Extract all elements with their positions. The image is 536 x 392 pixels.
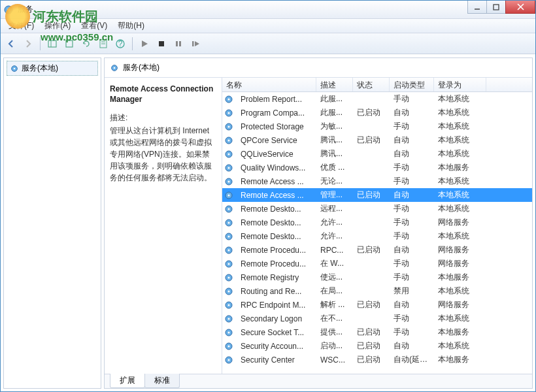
cell-logon: 本地系统 (434, 201, 486, 216)
gear-icon (224, 231, 234, 242)
table-row[interactable]: Remote Registry使远...手动本地服务 (222, 270, 532, 284)
stop-button[interactable] (154, 36, 169, 52)
gear-icon (224, 190, 234, 201)
export-button[interactable] (61, 36, 77, 52)
table-row[interactable]: Remote Access ...无论...手动本地系统 (222, 174, 532, 188)
table-row[interactable]: Secondary Logon在不...手动本地系统 (222, 312, 532, 325)
gear-icon (224, 341, 234, 351)
content-pane: 服务(本地) Remote Access Connection Manager … (104, 57, 533, 389)
table-row[interactable]: Remote Procedu...在 W...手动网络服务 (222, 257, 532, 270)
cell-logon: 本地系统 (434, 188, 486, 203)
cell-logon: 本地系统 (434, 105, 486, 120)
gear-icon (224, 204, 234, 214)
table-row[interactable]: Program Compa...此服...已启动自动本地系统 (222, 106, 532, 120)
menu-view[interactable]: 查看(V) (76, 19, 112, 33)
detail-title: Remote Access Connection Manager (110, 84, 216, 105)
cell-desc: RPC... (316, 244, 353, 257)
table-row[interactable]: Remote Deskto...允许...手动本地系统 (222, 229, 532, 243)
restart-button[interactable] (188, 36, 203, 52)
cell-desc: 提供... (316, 325, 353, 340)
table-row[interactable]: Remote Deskto...远程...手动本地系统 (222, 202, 532, 216)
svg-point-61 (228, 359, 230, 361)
svg-point-41 (228, 221, 230, 223)
table-row[interactable]: RPC Endpoint M...解析 ...已启动自动网络服务 (222, 298, 532, 312)
properties-button[interactable] (95, 36, 111, 52)
maximize-button[interactable] (486, 1, 506, 14)
cell-status: 已启动 (353, 325, 390, 340)
table-row[interactable]: QQLiveService腾讯...自动本地系统 (222, 147, 532, 161)
gear-icon (10, 64, 19, 73)
cell-desc: 此服... (316, 92, 353, 106)
table-row[interactable]: Routing and Re...在局...禁用本地系统 (222, 284, 532, 298)
svg-point-59 (228, 345, 230, 347)
gear-icon (224, 94, 234, 105)
table-row[interactable]: Security CenterWSC...已启动自动(延迟...本地服务 (222, 353, 532, 367)
cell-desc: 此服... (316, 105, 353, 120)
svg-point-45 (228, 249, 230, 251)
back-button[interactable] (3, 36, 19, 52)
cell-logon: 本地系统 (434, 133, 486, 148)
close-button[interactable] (505, 1, 535, 14)
col-name[interactable]: 名称 (222, 78, 316, 91)
cell-desc: 允许... (316, 229, 353, 244)
col-logon[interactable]: 登录为 (434, 78, 486, 91)
cell-logon: 本地系统 (434, 311, 486, 326)
list-rows[interactable]: Problem Report...此服...手动本地系统Program Comp… (222, 92, 532, 374)
col-startup[interactable]: 启动类型 (390, 78, 434, 91)
svg-point-35 (228, 180, 230, 182)
menu-help[interactable]: 帮助(H) (112, 19, 150, 33)
help-button[interactable]: ? (112, 36, 128, 52)
tab-extended[interactable]: 扩展 (110, 374, 145, 388)
cell-startup: 手动 (390, 160, 434, 175)
table-row[interactable]: Remote Access ...管理...已启动自动本地系统 (222, 188, 532, 202)
cell-startup: 手动 (390, 256, 434, 271)
table-row[interactable]: Secure Socket T...提供...已启动手动本地服务 (222, 325, 532, 339)
menu-action[interactable]: 操作(A) (39, 19, 76, 33)
svg-point-31 (228, 153, 230, 155)
titlebar[interactable]: 服务 (1, 1, 535, 19)
show-hide-button[interactable] (44, 36, 60, 52)
cell-logon: 本地系统 (434, 174, 486, 189)
gear-icon (224, 135, 234, 146)
col-desc[interactable]: 描述 (316, 78, 353, 91)
gear-icon (224, 286, 234, 297)
gear-icon (224, 108, 234, 118)
cell-desc: 解析 ... (316, 297, 353, 312)
minimize-button[interactable] (467, 1, 487, 14)
tab-standard[interactable]: 标准 (144, 374, 180, 388)
svg-point-27 (228, 125, 230, 127)
cell-status: 已启动 (353, 338, 390, 353)
start-button[interactable] (137, 36, 152, 52)
table-row[interactable]: Remote Procedu...RPC...已启动自动网络服务 (222, 243, 532, 257)
svg-point-25 (228, 112, 230, 114)
menu-file[interactable]: 文件(F) (3, 19, 39, 33)
table-row[interactable]: Security Accoun...启动...已启动自动本地系统 (222, 339, 532, 353)
tree-root[interactable]: 服务(本地) (7, 61, 98, 76)
table-row[interactable]: Remote Deskto...允许...手动网络服务 (222, 216, 532, 229)
cell-name: QPCore Service (237, 134, 316, 147)
refresh-button[interactable] (78, 36, 94, 52)
pause-button[interactable] (171, 36, 186, 52)
table-row[interactable]: Problem Report...此服...手动本地系统 (222, 92, 532, 106)
forward-button[interactable] (20, 36, 36, 52)
detail-label: 描述: (110, 112, 216, 123)
table-row[interactable]: Quality Windows...优质 ...手动本地服务 (222, 161, 532, 174)
detail-description: 管理从这台计算机到 Internet 或其他远程网络的拨号和虚拟专用网络(VPN… (110, 125, 216, 184)
col-status[interactable]: 状态 (353, 78, 390, 91)
cell-status (353, 207, 390, 211)
gear-icon (224, 245, 234, 255)
table-row[interactable]: Protected Storage为敏...手动本地系统 (222, 120, 532, 133)
cell-name: Remote Deskto... (237, 203, 316, 216)
cell-logon: 网络服务 (434, 242, 486, 257)
cell-name: QQLiveService (237, 148, 316, 161)
svg-rect-16 (179, 41, 181, 46)
table-row[interactable]: QPCore Service腾讯...已启动自动本地系统 (222, 133, 532, 147)
cell-logon: 本地服务 (434, 352, 486, 367)
cell-startup: 手动 (390, 270, 434, 285)
svg-rect-8 (66, 41, 73, 47)
svg-point-29 (228, 139, 230, 141)
svg-point-55 (228, 318, 230, 319)
svg-rect-15 (176, 41, 178, 46)
cell-name: Remote Procedu... (237, 257, 316, 270)
cell-desc: 远程... (316, 201, 353, 216)
